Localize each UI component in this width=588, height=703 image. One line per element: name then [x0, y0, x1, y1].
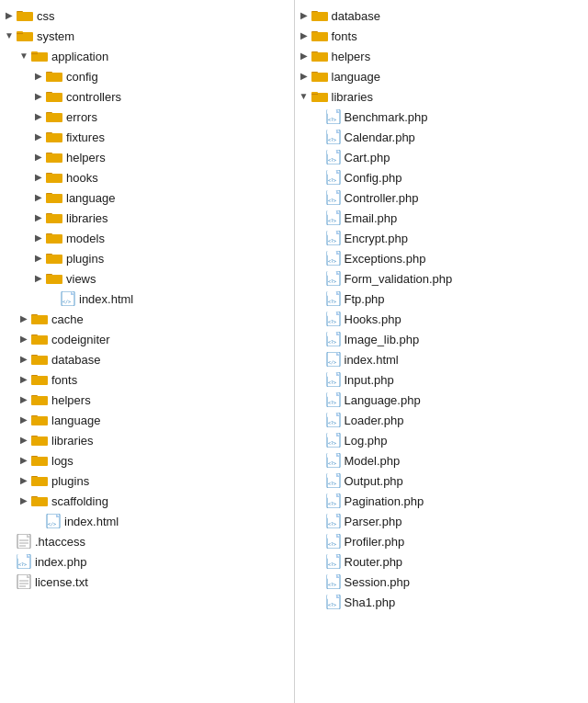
tree-item-Config[interactable]: <?> Config.php — [295, 167, 589, 187]
tree-item-helpers[interactable]: helpers — [0, 147, 294, 167]
item-label: Model.php — [345, 454, 401, 468]
tree-item-database2[interactable]: database — [0, 349, 294, 369]
item-label: plugins — [51, 474, 89, 488]
svg-rect-96 — [311, 12, 328, 20]
tree-item-Encrypt[interactable]: <?> Encrypt.php — [295, 228, 589, 248]
svg-rect-186 — [327, 493, 336, 498]
expand-arrow — [18, 374, 29, 385]
tree-item-Form_validation[interactable]: <?> Form_validation.php — [295, 268, 589, 289]
tree-item-system[interactable]: system — [0, 26, 294, 46]
item-label: index.php — [35, 555, 86, 569]
item-label: Hooks.php — [345, 312, 401, 326]
tree-item-libraries_r[interactable]: libraries — [295, 86, 589, 107]
tree-item-config[interactable]: config — [0, 66, 294, 86]
svg-rect-119 — [327, 150, 336, 154]
tree-item-Session[interactable]: <?> Session.php — [295, 572, 589, 592]
tree-item-Profiler[interactable]: <?> Profiler.php — [295, 531, 589, 551]
svg-text:<?>: <?> — [18, 561, 27, 567]
tree-item-Log[interactable]: <?> Log.php — [295, 430, 589, 450]
tree-item-hooks[interactable]: hooks — [0, 167, 294, 187]
tree-item-index_html_app[interactable]: </> index.html — [0, 289, 294, 309]
svg-text:<?>: <?> — [328, 177, 336, 183]
tree-item-Image_lib[interactable]: <?> Image_lib.php — [295, 329, 589, 349]
php-file-icon: <?> — [326, 534, 341, 549]
svg-rect-108 — [311, 92, 318, 94]
tree-item-codeigniter[interactable]: codeigniter — [0, 329, 294, 349]
tree-item-fonts_r[interactable]: fonts — [295, 26, 589, 46]
tree-item-fixtures[interactable]: fixtures — [0, 127, 294, 147]
tree-item-index_html_sys[interactable]: </> index.html — [0, 511, 294, 531]
tree-item-controllers[interactable]: controllers — [0, 86, 294, 107]
tree-item-libraries2[interactable]: libraries — [0, 430, 294, 450]
item-label: models — [66, 232, 105, 245]
tree-item-index_html_r[interactable]: </> index.html — [295, 349, 589, 369]
svg-text:<?>: <?> — [328, 582, 336, 587]
folder-icon — [311, 29, 328, 42]
svg-rect-76 — [31, 497, 48, 505]
tree-item-Controller[interactable]: <?> Controller.php — [295, 187, 589, 208]
php-file-icon: <?> — [326, 271, 341, 286]
tree-item-libraries[interactable]: libraries — [0, 208, 294, 228]
tree-item-Email[interactable]: <?> Email.php — [295, 208, 589, 228]
tree-item-htaccess[interactable]: .htaccess — [0, 531, 294, 551]
tree-item-scaffolding[interactable]: scaffolding — [0, 491, 294, 511]
tree-item-Loader[interactable]: <?> Loader.php — [295, 410, 589, 430]
tree-item-plugins2[interactable]: plugins — [0, 471, 294, 491]
tree-item-Hooks[interactable]: <?> Hooks.php — [295, 309, 589, 329]
tree-item-Output[interactable]: <?> Output.php — [295, 471, 589, 491]
svg-rect-9 — [31, 51, 38, 53]
expand-arrow — [313, 536, 324, 547]
folder-icon — [46, 70, 62, 83]
tree-item-css[interactable]: css — [0, 6, 294, 26]
svg-text:<?>: <?> — [328, 137, 336, 142]
folder-icon — [46, 272, 62, 285]
tree-item-Cart[interactable]: <?> Cart.php — [295, 147, 589, 167]
svg-rect-170 — [327, 413, 336, 417]
tree-item-Pagination[interactable]: <?> Pagination.php — [295, 491, 589, 511]
tree-item-language2[interactable]: language — [0, 410, 294, 430]
tree-item-cache[interactable]: cache — [0, 309, 294, 329]
folder-icon — [311, 90, 328, 103]
svg-rect-49 — [31, 315, 48, 323]
expand-arrow — [313, 111, 324, 122]
tree-item-Model[interactable]: <?> Model.php — [295, 450, 589, 471]
tree-item-fonts2[interactable]: fonts — [0, 369, 294, 390]
tree-item-license[interactable]: license.txt — [0, 572, 294, 592]
tree-item-Ftp[interactable]: <?> Ftp.php — [295, 289, 589, 309]
tree-item-language_r[interactable]: language — [295, 66, 589, 86]
folder-icon — [46, 211, 62, 224]
tree-item-models[interactable]: models — [0, 228, 294, 248]
item-label: Sha1.php — [345, 595, 396, 609]
tree-item-Benchmark[interactable]: <?> Benchmark.php — [295, 107, 589, 127]
expand-arrow — [18, 475, 29, 486]
php-file-icon: <?> — [326, 433, 341, 448]
tree-item-views[interactable]: views — [0, 268, 294, 289]
svg-text:<?>: <?> — [328, 541, 336, 547]
tree-item-Exceptions[interactable]: <?> Exceptions.php — [295, 248, 589, 268]
tree-item-logs[interactable]: logs — [0, 450, 294, 471]
svg-text:<?>: <?> — [328, 198, 336, 203]
folder-icon — [46, 232, 62, 244]
tree-item-language[interactable]: language — [0, 187, 294, 208]
tree-item-helpers_r[interactable]: helpers — [295, 46, 589, 66]
tree-item-errors[interactable]: errors — [0, 107, 294, 127]
svg-rect-37 — [46, 234, 62, 243]
tree-item-Language[interactable]: <?> Language.php — [295, 390, 589, 410]
expand-arrow — [313, 313, 324, 324]
item-label: Config.php — [345, 171, 402, 185]
tree-item-Parser[interactable]: <?> Parser.php — [295, 511, 589, 531]
expand-arrow — [313, 516, 324, 527]
svg-rect-55 — [31, 356, 48, 364]
tree-item-Router[interactable]: <?> Router.php — [295, 551, 589, 572]
tree-item-Calendar[interactable]: <?> Calendar.php — [295, 127, 589, 147]
tree-item-helpers2[interactable]: helpers — [0, 390, 294, 410]
svg-rect-123 — [327, 170, 336, 175]
tree-item-database_r[interactable]: database — [295, 6, 589, 26]
html-file-icon: </> — [326, 352, 341, 367]
tree-item-application[interactable]: application — [0, 46, 294, 66]
tree-item-plugins[interactable]: plugins — [0, 248, 294, 268]
tree-item-Sha1[interactable]: <?> Sha1.php — [295, 592, 589, 612]
html-file-icon: </> — [61, 291, 75, 306]
tree-item-Input[interactable]: <?> Input.php — [295, 369, 589, 390]
tree-item-index_php[interactable]: <?> index.php — [0, 551, 294, 572]
